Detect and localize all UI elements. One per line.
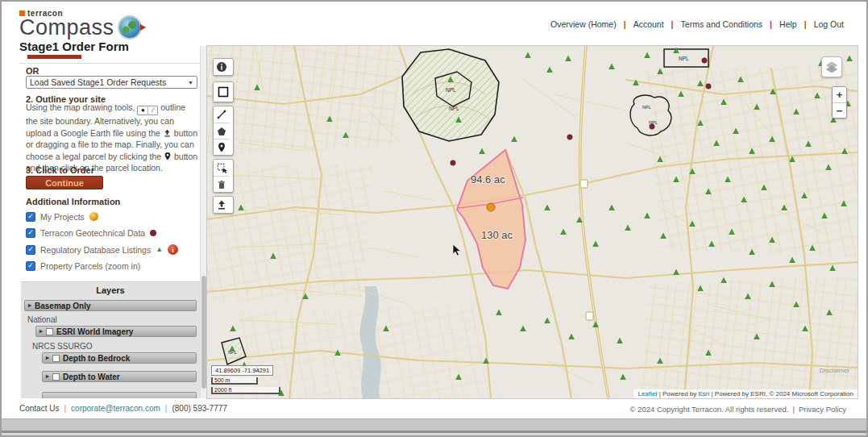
cursor-coordinates: 41.89609 -71.94291: [211, 365, 273, 376]
edit-tool-group: [213, 159, 234, 193]
map-drawing-toolbar: [213, 58, 234, 214]
regulatory-triangle-icon: ▲: [156, 246, 163, 253]
draw-polyline-button[interactable]: [214, 106, 230, 123]
esri-layer-checkbox[interactable]: [46, 328, 53, 335]
parcel-area-label-1: 94.6 ac: [471, 173, 505, 185]
nav-account[interactable]: Account: [633, 19, 664, 29]
basemap-switcher-button[interactable]: [821, 56, 842, 77]
rectangle-tool-group: [213, 81, 234, 102]
highway-shield-icon: [580, 180, 588, 188]
sidebar-scrollbar[interactable]: [200, 46, 207, 398]
info-icon: [216, 61, 227, 73]
geotechnical-label: Terracon Geotechnical Data: [40, 228, 145, 238]
esri-link[interactable]: Esri: [698, 390, 709, 397]
contact-phone: (800) 593-7777: [172, 404, 226, 413]
polygon-draw-icon: [216, 126, 227, 137]
nav-separator: |: [804, 19, 807, 29]
draw-rectangle-button[interactable]: [214, 82, 233, 102]
edit-shape-icon: [216, 162, 228, 174]
layer-esri-label: ESRI World Imagery: [56, 327, 133, 336]
footer-legal: © 2024 Copyright Terracon. All rights re…: [629, 405, 846, 414]
my-projects-checkbox[interactable]: ✓: [26, 212, 35, 222]
draw-tools-inline-icon: ●∕: [137, 106, 158, 115]
expander-icon[interactable]: ▸: [28, 302, 31, 309]
trash-icon: [216, 179, 227, 190]
regulatory-checkbox[interactable]: ✓: [26, 245, 35, 255]
chevron-down-icon: ▼: [188, 80, 193, 85]
layer-esri-world-imagery[interactable]: ▸ ESRI World Imagery: [35, 326, 197, 337]
layers-icon: [824, 59, 840, 75]
nav-separator: |: [624, 19, 626, 29]
layer-bar-partial[interactable]: [42, 392, 197, 398]
or-label: OR: [26, 66, 39, 76]
upload-inline-icon: [163, 129, 172, 138]
edit-shape-button[interactable]: [214, 160, 230, 176]
load-saved-select-value: Load Saved Stage1 Order Requests: [30, 77, 166, 87]
zoom-out-button[interactable]: −: [833, 102, 846, 118]
parcel-pin-inline-icon: [164, 152, 172, 161]
map-basemap: NPL NPL NPL NPL NPL NPL: [207, 46, 858, 398]
continue-button[interactable]: Continue: [26, 176, 103, 189]
contact-us-link[interactable]: Contact Us: [19, 404, 59, 413]
additional-info-title: Additional Information: [26, 197, 120, 206]
expander-icon[interactable]: ▸: [39, 328, 43, 335]
upload-file-button[interactable]: [214, 197, 230, 213]
npl-area[interactable]: NPL NPL: [402, 49, 499, 141]
load-saved-select[interactable]: Load Saved Stage1 Order Requests ▼: [26, 76, 197, 89]
water-layer-checkbox[interactable]: [52, 373, 60, 381]
nav-terms-and-conditions[interactable]: Terms and Conditions: [681, 19, 763, 29]
geotechnical-checkbox[interactable]: ✓: [26, 228, 35, 238]
step2-instructions: Using the map drawing tools, ●∕ outline …: [26, 102, 199, 174]
disclaimer-link[interactable]: Disclaimer: [820, 367, 849, 374]
map-canvas[interactable]: NPL NPL NPL NPL NPL NPL: [207, 46, 858, 398]
app-logo[interactable]: terracon Compass: [19, 9, 140, 39]
bottom-strip-line: [2, 433, 866, 435]
layers-panel: Layers ▸ Basemap Only National ▸ ESRI Wo…: [21, 281, 200, 398]
top-navigation: Overview (Home) | Account | Terms and Co…: [550, 19, 844, 29]
delete-shape-button[interactable]: [214, 176, 230, 192]
parcels-label: Property Parcels (zoom in): [40, 261, 140, 271]
draw-tool-group: [213, 106, 234, 156]
npl-area-label: NPL: [446, 87, 456, 93]
geotechnical-dot-icon: [150, 230, 156, 236]
layers-panel-title: Layers: [21, 282, 200, 295]
layer-bedrock-label: Depth to Bedrock: [63, 354, 130, 363]
my-projects-label: My Projects: [40, 212, 85, 222]
nav-help[interactable]: Help: [779, 19, 797, 29]
page-title: Stage1 Order Form: [19, 40, 129, 53]
line-tool-inline-icon: ∕: [147, 106, 157, 115]
contact-email-link[interactable]: corporate@terracon.com: [71, 404, 160, 413]
expander-icon[interactable]: ▸: [46, 355, 49, 361]
layer-water-label: Depth to Water: [63, 372, 120, 381]
attribution-text: | Powered by: [659, 390, 697, 397]
parcels-checkbox[interactable]: ✓: [26, 261, 35, 271]
parcel-pin-icon: [217, 142, 226, 153]
leaflet-link[interactable]: Leaflet: [638, 390, 657, 397]
parcel-center-marker-icon[interactable]: [487, 203, 495, 211]
draw-polygon-button[interactable]: [214, 123, 230, 139]
nav-overview-home[interactable]: Overview (Home): [550, 19, 617, 29]
checkbox-row-parcels: ✓ Property Parcels (zoom in): [26, 260, 140, 272]
compass-product-name: Compass: [19, 16, 114, 39]
map-info-button[interactable]: [214, 59, 230, 75]
layer-basemap-only[interactable]: ▸ Basemap Only: [24, 300, 197, 311]
upload-icon: [216, 199, 227, 210]
scale-bar-metric: 500 m: [211, 377, 258, 385]
regulatory-label: Regulatory Database Listings: [40, 245, 151, 255]
select-parcel-button[interactable]: [214, 139, 230, 155]
attribution-tail: | Powered by ESRI, © 2024 Microsoft Corp…: [712, 390, 854, 397]
privacy-policy-link[interactable]: Privacy Policy: [799, 405, 846, 414]
zoom-in-button[interactable]: +: [833, 87, 846, 102]
layer-depth-to-bedrock[interactable]: ▸ Depth to Bedrock: [42, 352, 197, 364]
rectangle-draw-icon: [217, 85, 230, 98]
regulatory-info-icon[interactable]: i: [168, 244, 178, 255]
sidebar-scrollbar-thumb[interactable]: [201, 276, 206, 389]
bedrock-layer-checkbox[interactable]: [52, 355, 60, 362]
layer-depth-to-water[interactable]: ▸ Depth to Water: [42, 371, 197, 382]
scale-bar-imperial: 2000 ft: [211, 387, 280, 394]
expander-icon[interactable]: ▸: [46, 373, 49, 380]
dot-tool-icon: ●: [138, 106, 147, 115]
nav-log-out[interactable]: Log Out: [814, 19, 844, 29]
footer-separator: |: [64, 404, 66, 413]
info-tool-group: [213, 58, 234, 76]
